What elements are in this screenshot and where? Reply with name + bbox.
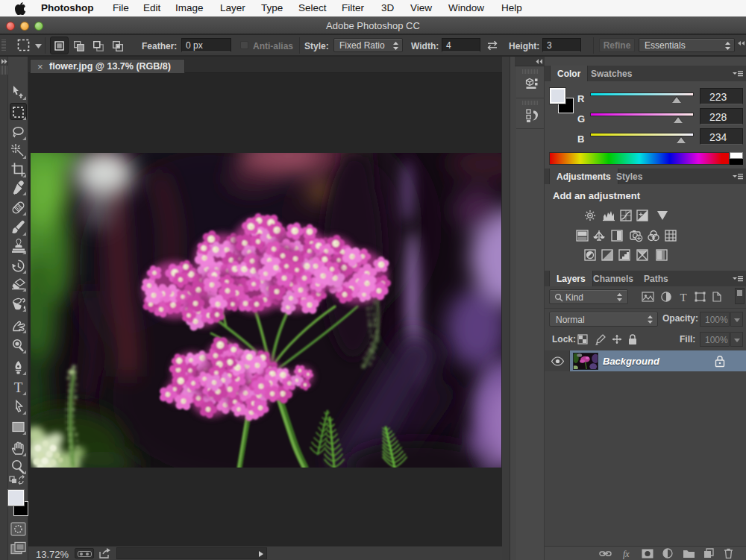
svg-text:T: T [680,292,686,303]
svg-text:T: T [14,380,23,395]
